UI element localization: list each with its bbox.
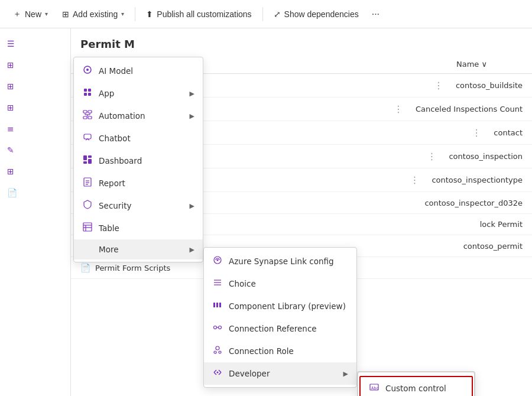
svg-rect-2 [84, 89, 87, 92]
new-button[interactable]: ＋ New ▾ [7, 5, 54, 23]
row-dots-3[interactable]: ⋮ [472, 127, 482, 138]
chatbot-label: Chatbot [99, 134, 194, 143]
svg-rect-33 [216, 303, 218, 307]
row-value-6: contoso_inspector_d032e [424, 199, 523, 207]
main-area: ☰ ⊞ ⊞ ⊞ ≡ ✎ ⊞ 📄 Permit M Name [0, 28, 532, 396]
publish-icon: ⬆ [146, 9, 153, 19]
row-value-4: contoso_inspection [449, 152, 523, 161]
ellipsis-icon: ··· [372, 9, 379, 19]
publish-button[interactable]: ⬆ Publish all customizations [140, 6, 257, 22]
svg-rect-7 [88, 111, 92, 113]
dropdown-item-security[interactable]: Security ▶ [74, 194, 203, 217]
automation-label: Automation [99, 111, 184, 121]
sidebar-item-table1[interactable]: ⊞ [0, 54, 70, 76]
sidebar-item-table3[interactable]: ⊞ [0, 97, 70, 118]
dropdown-item-connection-role[interactable]: Connection Role [204, 340, 356, 362]
row-dots-5[interactable]: ⋮ [410, 174, 420, 186]
choice-label: Choice [229, 279, 348, 288]
add-existing-label: Add existing [73, 9, 118, 19]
svg-point-35 [214, 326, 217, 329]
dependencies-icon: ⤢ [274, 9, 281, 19]
ai-model-label: AI Model [99, 66, 194, 76]
publish-label: Publish all customizations [157, 9, 251, 19]
dropdown-item-choice[interactable]: Choice [204, 272, 356, 295]
svg-rect-17 [88, 159, 92, 164]
toolbar: ＋ New ▾ ⊞ Add existing ▾ ⬆ Publish all c… [0, 0, 532, 28]
svg-rect-14 [84, 134, 91, 139]
tertiary-dropdown: Abc Custom control [357, 371, 475, 396]
toolbar-divider-1 [135, 7, 135, 21]
row-value-1: contoso_buildsite [456, 81, 523, 90]
dropdown-item-developer[interactable]: Developer ▶ [204, 362, 356, 385]
row-value-5: contoso_inspectiontype [432, 176, 523, 184]
row-dots-4[interactable]: ⋮ [427, 151, 437, 162]
show-deps-label: Show dependencies [284, 9, 359, 19]
svg-rect-9 [88, 116, 92, 119]
tertiary-item-custom-control[interactable]: Abc Custom control [359, 376, 473, 396]
row-dots-1[interactable]: ⋮ [434, 80, 444, 91]
dropdown-item-azure-synapse[interactable]: Azure Synapse Link config [204, 250, 356, 272]
svg-point-40 [219, 351, 221, 353]
show-dependencies-button[interactable]: ⤢ Show dependencies [268, 6, 365, 22]
secondary-dropdown: Azure Synapse Link config Choice Compone… [203, 247, 357, 388]
sidebar-item-doc[interactable]: 📄 [0, 182, 70, 203]
custom-control-label: Custom control [385, 384, 446, 393]
dropdown-item-ai-model[interactable]: AI Model [74, 60, 203, 82]
dropdown-item-connection-reference[interactable]: Connection Reference [204, 317, 356, 340]
developer-icon [212, 368, 223, 379]
ai-model-icon [82, 65, 93, 77]
more-label: More [99, 245, 184, 254]
security-arrow: ▶ [190, 202, 194, 210]
dashboard-icon [82, 155, 93, 167]
table-icon-2: ⊞ [7, 82, 14, 91]
add-existing-button[interactable]: ⊞ Add existing ▾ [56, 6, 130, 22]
row-value-3: contact [494, 128, 523, 137]
row-value-7: lock Permit [480, 220, 523, 229]
dropdown-item-app[interactable]: App ▶ [74, 82, 203, 105]
dropdown-item-automation[interactable]: Automation ▶ [74, 105, 203, 127]
dropdown-item-chatbot[interactable]: Chatbot [74, 127, 203, 150]
row-icon-9: 📄 [80, 263, 90, 272]
table-menu-icon [82, 222, 93, 234]
automation-arrow: ▶ [190, 112, 194, 120]
developer-arrow: ▶ [343, 370, 348, 378]
page-title: Permit M [71, 28, 532, 55]
sidebar-item-list[interactable]: ☰ [0, 33, 70, 54]
row-value-2: Canceled Inspections Count [416, 105, 523, 113]
more-options-button[interactable]: ··· [367, 5, 384, 23]
sidebar-item-table4[interactable]: ⊞ [0, 161, 70, 182]
sort-icon: ∨ [481, 60, 487, 69]
plus-icon: ＋ [13, 9, 21, 20]
app-label: App [99, 89, 184, 98]
svg-rect-16 [88, 155, 92, 158]
row-dots-2[interactable]: ⋮ [394, 103, 404, 115]
dropdown-item-component-library[interactable]: Component Library (preview) [204, 295, 356, 317]
sidebar-item-table2[interactable]: ⊞ [0, 76, 70, 97]
security-icon [82, 200, 93, 212]
sidebar: ☰ ⊞ ⊞ ⊞ ≡ ✎ ⊞ 📄 [0, 28, 71, 396]
dropdown-item-dashboard[interactable]: Dashboard [74, 150, 203, 172]
svg-point-36 [219, 326, 222, 329]
name-column-header: Name ∨ [456, 60, 487, 69]
table-label: Table [99, 223, 194, 233]
more-arrow: ▶ [190, 246, 194, 254]
dropdown-item-table[interactable]: Table [74, 217, 203, 239]
edit-icon: ✎ [7, 145, 14, 155]
svg-rect-5 [88, 93, 91, 96]
dropdown-item-more[interactable]: More ▶ [74, 239, 203, 259]
primary-dropdown: AI Model App ▶ Automation ▶ Chatbot [73, 57, 203, 262]
add-existing-chevron: ▾ [121, 11, 124, 17]
svg-rect-6 [83, 111, 87, 113]
svg-rect-34 [219, 303, 221, 307]
app-icon [82, 87, 93, 99]
svg-rect-15 [83, 155, 87, 160]
dropdown-item-report[interactable]: Report [74, 172, 203, 194]
synapse-icon [212, 255, 223, 267]
toolbar-divider-2 [262, 7, 263, 21]
chatbot-icon [82, 132, 93, 144]
svg-point-38 [216, 346, 219, 350]
new-label: New [25, 9, 41, 19]
sidebar-item-lines[interactable]: ≡ [0, 118, 70, 139]
sidebar-item-edit[interactable]: ✎ [0, 139, 70, 161]
choice-icon [212, 278, 223, 290]
